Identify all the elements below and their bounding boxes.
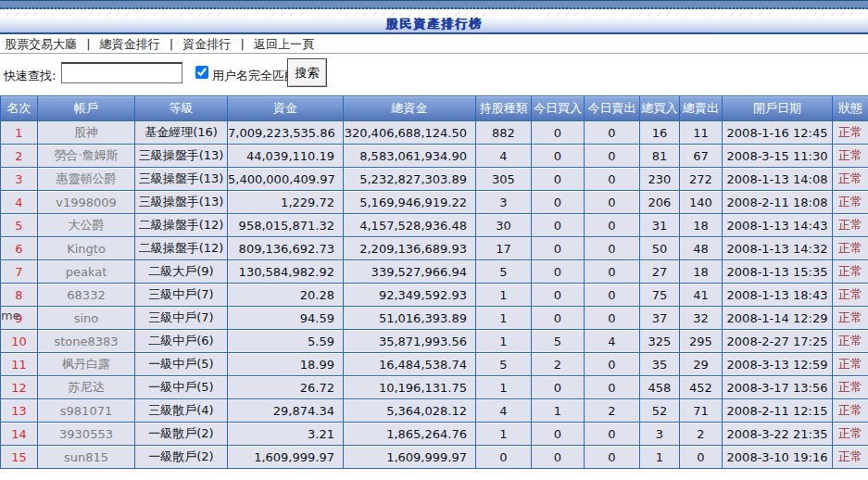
page-title: 股民資產排行榜: [385, 16, 483, 32]
cell-today-buy: 0: [532, 214, 585, 237]
cell-today-buy: 0: [532, 307, 585, 330]
cell-today-buy: 0: [532, 446, 585, 469]
cell-open-date: 2008-2-11 12:15: [723, 399, 833, 423]
cell-today-buy: 0: [532, 121, 585, 145]
cell-today-buy: 0: [532, 168, 585, 191]
cell-total-sell: 2: [680, 423, 723, 446]
cell-account: 勞合·詹姆斯: [38, 145, 135, 168]
cell-today-sell: 0: [585, 191, 640, 214]
cell-status: 正常: [833, 168, 868, 191]
quick-search-label: 快速查找:: [4, 68, 56, 84]
cell-total-sell: 48: [680, 237, 723, 260]
cell-account: Kingto: [38, 237, 135, 260]
cell-total-sell: 71: [680, 399, 723, 423]
cell-total-buy: 325: [640, 330, 680, 353]
table-row: 12苏尼达一級中戶(5)26.7210,196,131.751004584522…: [1, 376, 868, 399]
cell-open-date: 2008-3-10 19:16: [723, 446, 833, 469]
table-row: 143930553一級散戶(2)3.211,865,264.7610032200…: [1, 423, 868, 446]
cell-account: 68332: [38, 284, 135, 307]
cell-total-funds: 35,871,993.56: [344, 330, 476, 353]
header-total-funds: 總資金: [344, 96, 476, 121]
cell-total-sell: 41: [680, 284, 723, 307]
nav-link-total-funds-ranking[interactable]: 總資金排行: [100, 37, 160, 51]
cell-today-sell: 0: [585, 376, 640, 399]
header-total-sell: 總賣出: [680, 96, 723, 121]
title-banner: 股民資產排行榜: [0, 16, 868, 34]
cell-funds: 26.72: [228, 376, 344, 399]
cell-open-date: 2008-2-27 17:25: [723, 330, 833, 353]
cell-total-funds: 4,157,528,936.48: [344, 214, 476, 237]
cell-level: 三級散戶(4): [135, 399, 228, 423]
cell-funds: 130,584,982.92: [228, 260, 344, 284]
cell-account: sun815: [38, 446, 135, 469]
cell-open-date: 2008-1-13 14:08: [723, 168, 833, 191]
table-row: 1股神基金經理(16)7,009,223,535.86320,406,688,1…: [1, 121, 868, 145]
cell-holdings: 1: [476, 307, 532, 330]
cell-today-buy: 0: [532, 191, 585, 214]
cell-holdings: 1: [476, 284, 532, 307]
cell-status: 正常: [833, 330, 868, 353]
cell-funds: 44,039,110.19: [228, 145, 344, 168]
cell-today-sell: 0: [585, 145, 640, 168]
search-button[interactable]: 搜索: [287, 58, 327, 87]
nav-link-funds-ranking[interactable]: 資金排行: [182, 37, 231, 51]
cell-funds: 1,609,999.97: [228, 446, 344, 469]
cell-account: sino: [38, 307, 135, 330]
table-row: 9sino三級中戶(7)94.5951,016,393.891003732200…: [1, 307, 868, 330]
cell-today-buy: 5: [532, 330, 585, 353]
cell-open-date: 2008-1-16 12:45: [723, 121, 833, 145]
nav-link-back[interactable]: 返回上一頁: [254, 37, 314, 51]
header-status: 狀態: [833, 96, 868, 121]
cell-today-sell: 0: [585, 307, 640, 330]
quick-search-bar: 快速查找: 用户名完全匹配 搜索: [0, 54, 868, 95]
cell-today-sell: 0: [585, 237, 640, 260]
cell-funds: 20.28: [228, 284, 344, 307]
cell-today-sell: 0: [585, 260, 640, 284]
cell-account: 大公爵: [38, 214, 135, 237]
cell-total-funds: 51,016,393.89: [344, 307, 476, 330]
cell-today-sell: 0: [585, 214, 640, 237]
header-total-buy: 總買入: [640, 96, 680, 121]
cell-today-sell: 0: [585, 446, 640, 469]
cell-total-funds: 8,583,061,934.90: [344, 145, 476, 168]
cell-open-date: 2008-1-13 18:43: [723, 284, 833, 307]
nav-separator: |: [170, 37, 173, 51]
cell-today-buy: 2: [532, 353, 585, 376]
cell-total-buy: 50: [640, 237, 680, 260]
table-row: 2勞合·詹姆斯三級操盤手(13)44,039,110.198,583,061,9…: [1, 145, 868, 168]
table-row: 7peakat二級大戶(9)130,584,982.92339,527,966.…: [1, 260, 868, 284]
cell-status: 正常: [833, 191, 868, 214]
cell-total-buy: 16: [640, 121, 680, 145]
cell-account: peakat: [38, 260, 135, 284]
table-row: 15sun815一級散戶(2)1,609,999.971,609,999.970…: [1, 446, 868, 469]
cell-level: 三級中戶(7): [135, 307, 228, 330]
header-account: 帳戶: [38, 96, 135, 121]
cell-today-sell: 4: [585, 330, 640, 353]
cell-total-sell: 67: [680, 145, 723, 168]
cell-total-buy: 27: [640, 260, 680, 284]
cell-funds: 5,400,000,409.97: [228, 168, 344, 191]
table-row: 6Kingto二級操盤手(12)809,136,692.732,209,136,…: [1, 237, 868, 260]
cell-rank: 15: [1, 446, 38, 469]
table-row: 11枫丹白露一級中戶(5)18.9916,484,538.74520352920…: [1, 353, 868, 376]
cell-today-sell: 0: [585, 353, 640, 376]
cell-rank: 11: [1, 353, 38, 376]
cell-open-date: 2008-2-11 18:08: [723, 191, 833, 214]
cell-account: 苏尼达: [38, 376, 135, 399]
cell-level: 三級中戶(7): [135, 284, 228, 307]
cell-total-buy: 81: [640, 145, 680, 168]
header-level: 等級: [135, 96, 228, 121]
search-input[interactable]: [61, 62, 182, 83]
nav-link-trading-hall[interactable]: 股票交易大廳: [5, 37, 77, 51]
cell-total-sell: 140: [680, 191, 723, 214]
ranking-table: 名次 帳戶 等級 資金 總資金 持股種類 今日買入 今日賣出 總買入 總賣出 開…: [0, 95, 868, 469]
cell-rank: 10: [1, 330, 38, 353]
cell-total-sell: 0: [680, 446, 723, 469]
cell-total-funds: 16,484,538.74: [344, 353, 476, 376]
exact-match-checkbox[interactable]: [195, 66, 208, 79]
cell-total-funds: 10,196,131.75: [344, 376, 476, 399]
header-funds: 資金: [228, 96, 344, 121]
cell-open-date: 2008-1-13 15:35: [723, 260, 833, 284]
cell-total-funds: 339,527,966.94: [344, 260, 476, 284]
cell-open-date: 2008-3-13 12:59: [723, 353, 833, 376]
